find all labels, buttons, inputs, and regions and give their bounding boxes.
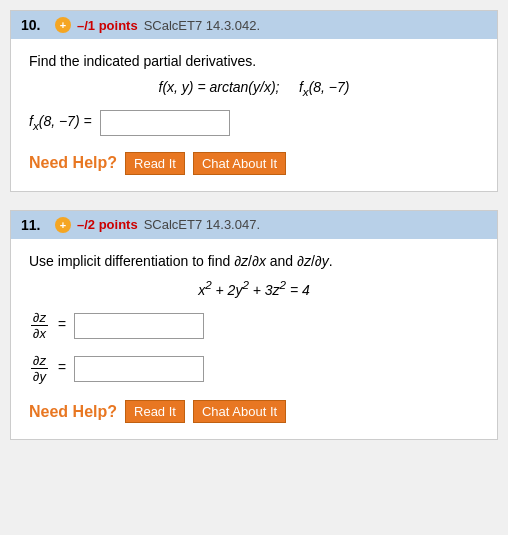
problem-11-dzdx-row: ∂z ∂x = bbox=[29, 310, 479, 341]
problem-10-badge: + bbox=[55, 17, 71, 33]
problem-10-help-row: Need Help? Read It Chat About It bbox=[29, 152, 479, 175]
problem-11-points: –/2 points bbox=[77, 217, 138, 232]
problem-11-need-help: Need Help? bbox=[29, 403, 117, 421]
problem-11-dzdy-label: ∂z ∂y = bbox=[29, 353, 66, 384]
problem-10-read-it-button[interactable]: Read It bbox=[125, 152, 185, 175]
problem-10-math: f(x, y) = arctan(y/x); fx(8, −7) bbox=[29, 79, 479, 98]
problem-11-source: SCalcET7 14.3.047. bbox=[144, 217, 260, 232]
problem-10-chat-button[interactable]: Chat About It bbox=[193, 152, 286, 175]
problem-11-dzdy-input[interactable] bbox=[74, 356, 204, 382]
problem-11-math: x2 + 2y2 + 3z2 = 4 bbox=[29, 279, 479, 299]
problem-10-answer-input[interactable] bbox=[100, 110, 230, 136]
problem-10-number: 10. bbox=[21, 17, 49, 33]
problem-10-formula: f(x, y) = arctan(y/x); fx(8, −7) bbox=[158, 79, 349, 95]
problem-11-dzdx-input[interactable] bbox=[74, 313, 204, 339]
problem-11-dzdx-label: ∂z ∂x = bbox=[29, 310, 66, 341]
problem-11-badge: + bbox=[55, 217, 71, 233]
problem-10-body: Find the indicated partial derivatives. … bbox=[11, 39, 497, 191]
problem-11-formula: x2 + 2y2 + 3z2 = 4 bbox=[198, 282, 310, 298]
problem-10-answer-row: fx(8, −7) = bbox=[29, 110, 479, 136]
problem-10-need-help: Need Help? bbox=[29, 154, 117, 172]
problem-10-description: Find the indicated partial derivatives. bbox=[29, 53, 479, 69]
problem-10-header: 10. + –/1 points SCalcET7 14.3.042. bbox=[11, 11, 497, 39]
problem-10-answer-label: fx(8, −7) = bbox=[29, 113, 92, 132]
dzdy-fraction: ∂z ∂y bbox=[31, 353, 48, 384]
problem-11-chat-button[interactable]: Chat About It bbox=[193, 400, 286, 423]
problem-11-dzdy-row: ∂z ∂y = bbox=[29, 353, 479, 384]
problem-11-description: Use implicit differentiation to find ∂z/… bbox=[29, 253, 479, 269]
problem-10: 10. + –/1 points SCalcET7 14.3.042. Find… bbox=[10, 10, 498, 192]
problem-11-help-row: Need Help? Read It Chat About It bbox=[29, 400, 479, 423]
dzdy-numerator: ∂z bbox=[31, 353, 48, 369]
dzdx-fraction: ∂z ∂x bbox=[31, 310, 48, 341]
problem-11-header: 11. + –/2 points SCalcET7 14.3.047. bbox=[11, 211, 497, 239]
dzdx-numerator: ∂z bbox=[31, 310, 48, 326]
problem-11-number: 11. bbox=[21, 217, 49, 233]
problem-10-points: –/1 points bbox=[77, 18, 138, 33]
problem-11-body: Use implicit differentiation to find ∂z/… bbox=[11, 239, 497, 440]
dzdy-denominator: ∂y bbox=[31, 369, 48, 384]
dzdx-denominator: ∂x bbox=[31, 326, 48, 341]
problem-11: 11. + –/2 points SCalcET7 14.3.047. Use … bbox=[10, 210, 498, 441]
problem-10-source: SCalcET7 14.3.042. bbox=[144, 18, 260, 33]
problem-11-read-it-button[interactable]: Read It bbox=[125, 400, 185, 423]
